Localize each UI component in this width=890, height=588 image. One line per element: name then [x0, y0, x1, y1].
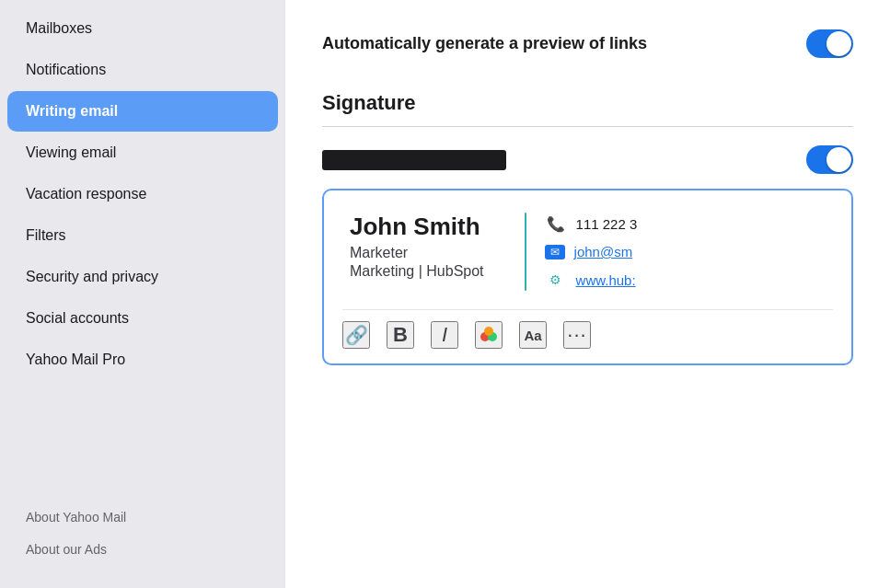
toolbar-bold-btn[interactable]: B	[387, 321, 414, 349]
sig-email: john@sm	[574, 244, 633, 259]
sig-phone: 111 222 3	[576, 216, 638, 232]
sidebar-footer-item-about-ads[interactable]: About our Ads	[7, 534, 278, 565]
toolbar-color-btn[interactable]	[475, 321, 503, 349]
sidebar-item-viewing-email[interactable]: Viewing email	[7, 133, 278, 173]
link-preview-label: Automatically generate a preview of link…	[322, 32, 647, 55]
sidebar-item-mailboxes[interactable]: Mailboxes	[7, 8, 278, 49]
sidebar-item-yahoo-mail-pro[interactable]: Yahoo Mail Pro	[7, 340, 278, 380]
sidebar-item-security[interactable]: Security and privacy	[7, 257, 278, 297]
toolbar-link-btn[interactable]: 🔗	[342, 321, 370, 349]
sidebar-item-notifications[interactable]: Notifications	[7, 50, 278, 90]
sig-website: www.hub:	[576, 272, 636, 288]
sig-card-content: John Smith Marketer Marketing | HubSpot …	[342, 213, 833, 291]
section-divider	[322, 126, 853, 127]
sidebar-footer: About Yahoo MailAbout our Ads	[0, 501, 285, 581]
sig-website-row: ⚙ www.hub:	[545, 269, 833, 291]
sidebar-footer-item-about-yahoo-mail[interactable]: About Yahoo Mail	[7, 502, 278, 533]
signature-name-bar	[322, 150, 506, 170]
sig-email-row: ✉ john@sm	[545, 244, 833, 259]
email-icon: ✉	[545, 245, 565, 259]
sig-phone-row: 📞 111 222 3	[545, 213, 833, 235]
web-icon: ⚙	[545, 269, 567, 291]
signature-section-title: Signature	[322, 91, 853, 115]
sidebar: MailboxesNotificationsWriting emailViewi…	[0, 0, 285, 588]
svg-point-2	[484, 327, 493, 336]
sidebar-item-social-accounts[interactable]: Social accounts	[7, 298, 278, 339]
link-preview-row: Automatically generate a preview of link…	[322, 29, 853, 58]
link-preview-toggle[interactable]	[806, 29, 853, 58]
sidebar-item-writing-email[interactable]: Writing email	[7, 91, 278, 132]
sidebar-item-vacation-response[interactable]: Vacation response	[7, 174, 278, 214]
signature-header-row	[322, 145, 853, 174]
toolbar-more-btn[interactable]: ···	[563, 321, 591, 349]
main-content: Automatically generate a preview of link…	[285, 0, 890, 588]
signature-card: John Smith Marketer Marketing | HubSpot …	[322, 189, 853, 365]
sidebar-nav: MailboxesNotificationsWriting emailViewi…	[0, 7, 285, 381]
sig-left: John Smith Marketer Marketing | HubSpot	[342, 213, 506, 291]
sig-name: John Smith	[350, 213, 484, 241]
signature-toggle[interactable]	[806, 145, 853, 174]
sig-toggle-track	[806, 145, 853, 174]
toolbar-italic-btn[interactable]: I	[431, 321, 458, 349]
sig-title: Marketer	[350, 245, 484, 261]
toolbar-fontsize-btn[interactable]: Aa	[519, 321, 547, 349]
sidebar-item-filters[interactable]: Filters	[7, 215, 278, 256]
sig-vertical-divider	[525, 213, 526, 291]
sig-toggle-thumb	[826, 147, 851, 172]
toggle-track	[806, 29, 853, 58]
toggle-thumb	[826, 31, 851, 56]
sig-toolbar: 🔗 B I Aa ···	[342, 309, 833, 349]
sig-right: 📞 111 222 3 ✉ john@sm ⚙ www.hub:	[545, 213, 833, 291]
sig-company: Marketing | HubSpot	[350, 263, 484, 280]
phone-icon: 📞	[545, 213, 567, 235]
